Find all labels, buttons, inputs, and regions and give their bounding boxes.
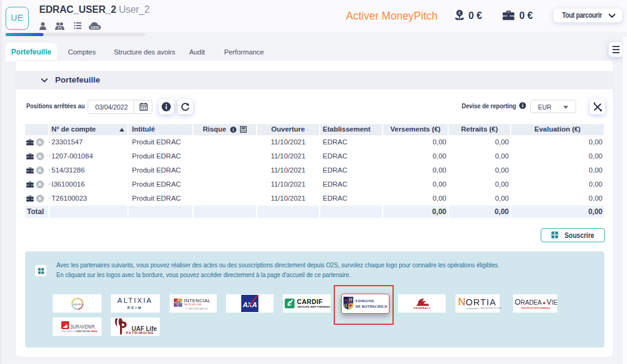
svg-text:ageas: ageas xyxy=(73,302,81,305)
svg-text:€: € xyxy=(459,11,461,15)
svg-text:AXA: AXA xyxy=(242,301,257,308)
svg-text:GED: GED xyxy=(91,25,99,29)
